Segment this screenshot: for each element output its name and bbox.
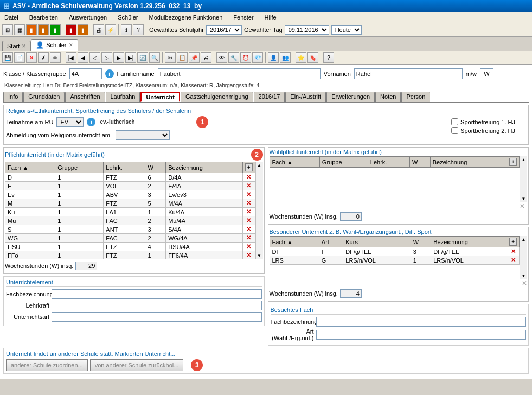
page-tab-laufbahn[interactable]: Laufbahn bbox=[106, 92, 140, 102]
sec-delete[interactable]: ✕ bbox=[26, 52, 37, 63]
delete-icon[interactable]: ✕ bbox=[246, 226, 251, 232]
tb-btn-4[interactable]: ▮ bbox=[38, 24, 49, 35]
page-tab-noten[interactable]: Noten bbox=[375, 92, 401, 102]
tb-btn-9[interactable]: ⚡ bbox=[105, 24, 116, 35]
menu-hilfe[interactable]: Hilfe bbox=[262, 13, 279, 22]
sec-extra1[interactable]: 👁 bbox=[216, 52, 227, 63]
tb-btn-7[interactable]: ▮ bbox=[78, 24, 88, 35]
tab-start[interactable]: Start ✕ bbox=[2, 41, 31, 51]
ue-lehr-input[interactable] bbox=[52, 301, 262, 310]
sec-refresh[interactable]: 🔄 bbox=[137, 52, 148, 63]
sec-edit[interactable]: ✏ bbox=[50, 52, 61, 63]
wp-scrollbar[interactable]: ▲ ▼ bbox=[520, 156, 527, 202]
delete-icon[interactable]: ✕ bbox=[246, 234, 251, 241]
sec-extra2[interactable]: 🔧 bbox=[228, 52, 239, 63]
tb-btn-3[interactable]: ▮ bbox=[26, 24, 37, 35]
mw-input[interactable] bbox=[480, 68, 493, 79]
pflicht-del[interactable]: ✕ bbox=[242, 173, 255, 182]
tb-btn-5[interactable]: ▮ bbox=[50, 24, 61, 35]
schuljahr-select[interactable]: 2016/17 bbox=[206, 25, 242, 35]
pflicht-del[interactable]: ✕ bbox=[242, 216, 255, 225]
page-tab-2016[interactable]: 2016/17 bbox=[254, 92, 285, 102]
sec-extra3[interactable]: ⏰ bbox=[240, 52, 251, 63]
delete-icon[interactable]: ✕ bbox=[246, 200, 251, 206]
sec-extra4[interactable]: 💎 bbox=[252, 52, 263, 63]
delete-icon[interactable]: ✕ bbox=[246, 174, 251, 180]
heute-select[interactable]: Heute bbox=[331, 25, 362, 35]
pflicht-del[interactable]: ✕ bbox=[242, 251, 255, 260]
delete-icon[interactable]: ✕ bbox=[246, 208, 251, 215]
page-tab-unterricht[interactable]: Unterricht bbox=[140, 92, 180, 102]
page-tab-einaustritt[interactable]: Ein-/Austritt bbox=[285, 92, 326, 102]
abmeldung-select[interactable] bbox=[116, 130, 170, 140]
tab-schueler-close[interactable]: ✕ bbox=[69, 42, 73, 48]
delete-icon[interactable]: ✕ bbox=[511, 257, 516, 263]
ue-fach-input[interactable] bbox=[52, 289, 262, 299]
page-tab-gastschul[interactable]: Gastschulgenehmigung bbox=[181, 92, 253, 102]
vornamen-input[interactable] bbox=[354, 68, 463, 79]
sec-next2[interactable]: ▷ bbox=[101, 52, 112, 63]
delete-icon[interactable]: ✕ bbox=[246, 252, 251, 258]
bes-x-btn[interactable]: ✕ bbox=[270, 279, 528, 287]
sec-paste[interactable]: 📌 bbox=[189, 52, 200, 63]
pflicht-del[interactable]: ✕ bbox=[242, 243, 255, 251]
zuordnen-btn[interactable]: anderer Schule zuordnen... bbox=[6, 359, 88, 371]
wp-x-btn[interactable]: ✕ bbox=[520, 202, 527, 210]
sec-save[interactable]: 💾 bbox=[2, 52, 13, 63]
tb-btn-2[interactable]: ▦ bbox=[14, 24, 25, 35]
sec-search[interactable]: 🔍 bbox=[149, 52, 160, 63]
tb-btn-8[interactable]: 🖨 bbox=[93, 24, 104, 35]
sec-new[interactable]: 📄 bbox=[14, 52, 25, 63]
pflicht-del[interactable]: ✕ bbox=[242, 225, 255, 234]
delete-icon[interactable]: ✕ bbox=[511, 248, 516, 254]
ue-art-input[interactable] bbox=[52, 312, 262, 322]
tag-select[interactable]: 09.11.2016 bbox=[285, 25, 329, 35]
pflicht-del[interactable]: ✕ bbox=[242, 234, 255, 243]
menu-bearbeiten[interactable]: Bearbeiten bbox=[27, 13, 60, 22]
bes-scrollbar[interactable]: ▲ ▼ bbox=[520, 236, 527, 279]
sec-last[interactable]: ▶| bbox=[125, 52, 136, 63]
menu-datei[interactable]: Datei bbox=[2, 13, 21, 22]
page-tab-erweiterungen[interactable]: Erweiterungen bbox=[326, 92, 375, 102]
menu-auswertungen[interactable]: Auswertungen bbox=[67, 13, 109, 22]
sec-cut[interactable]: ✂ bbox=[165, 52, 176, 63]
page-tab-anschriften[interactable]: Anschriften bbox=[65, 92, 105, 102]
sec-help[interactable]: ? bbox=[323, 52, 334, 63]
sec-next[interactable]: ▶ bbox=[113, 52, 124, 63]
sec-print[interactable]: 🖨 bbox=[201, 52, 211, 63]
delete-icon[interactable]: ✕ bbox=[246, 217, 251, 224]
zurueckhol-btn[interactable]: von anderer Schule zurückhol... bbox=[90, 359, 184, 371]
pflicht-scrollbar[interactable]: ▲ ▼ bbox=[255, 162, 263, 259]
pflicht-add-btn[interactable]: + bbox=[245, 163, 253, 171]
sec-prev[interactable]: ◀ bbox=[78, 52, 88, 63]
pflicht-del[interactable]: ✕ bbox=[242, 190, 255, 199]
sec-group[interactable]: 👥 bbox=[280, 52, 291, 63]
sec-copy[interactable]: 📋 bbox=[177, 52, 188, 63]
menu-schueler[interactable]: Schüler bbox=[116, 13, 140, 22]
bf-art-input[interactable] bbox=[316, 330, 527, 340]
page-tab-person[interactable]: Person bbox=[401, 92, 430, 102]
delete-icon[interactable]: ✕ bbox=[246, 191, 251, 197]
bes-del[interactable]: ✕ bbox=[507, 256, 520, 265]
sec-undo[interactable]: ✗ bbox=[38, 52, 49, 63]
page-tab-grunddaten[interactable]: Grunddaten bbox=[23, 92, 65, 102]
sec-bookmark[interactable]: 🔖 bbox=[307, 52, 318, 63]
menu-modulbezogene[interactable]: Modulbezogene Funktionen bbox=[147, 13, 225, 22]
tb-btn-6[interactable]: ▮ bbox=[66, 24, 76, 35]
delete-icon[interactable]: ✕ bbox=[246, 243, 251, 250]
tb-btn-help[interactable]: ? bbox=[133, 24, 144, 35]
tab-schueler[interactable]: 👤 Schüler ✕ bbox=[31, 39, 78, 51]
sec-first[interactable]: |◀ bbox=[66, 52, 76, 63]
sec-prev2[interactable]: ◁ bbox=[89, 52, 100, 63]
teilnahme-select[interactable]: EV bbox=[56, 117, 84, 127]
tb-btn-info[interactable]: ℹ bbox=[121, 24, 132, 35]
pflicht-del[interactable]: ✕ bbox=[242, 208, 255, 216]
delete-icon[interactable]: ✕ bbox=[246, 182, 251, 189]
teilnahme-info-icon[interactable]: i ev.-lutherisch bbox=[87, 118, 95, 126]
page-tab-info[interactable]: Info bbox=[3, 92, 23, 102]
wahlpflicht-add-btn[interactable]: + bbox=[509, 158, 517, 166]
familien-input[interactable] bbox=[158, 68, 321, 79]
sec-star[interactable]: ⭐ bbox=[296, 52, 306, 63]
pflicht-del[interactable]: ✕ bbox=[242, 199, 255, 208]
bes-del[interactable]: ✕ bbox=[507, 247, 520, 256]
